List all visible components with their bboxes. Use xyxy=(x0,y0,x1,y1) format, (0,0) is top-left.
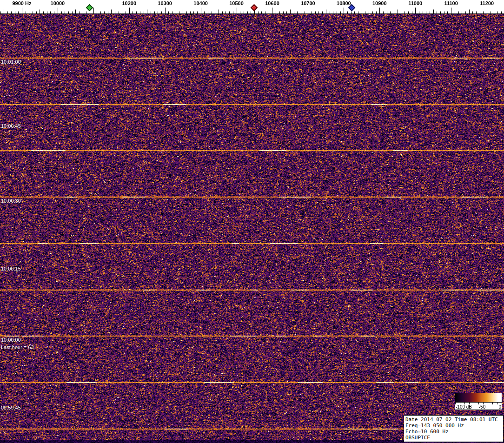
spectrogram-canvas xyxy=(0,14,504,443)
hour-count-label: Last hour = 63 xyxy=(1,344,34,350)
time-label: 10:00:45 xyxy=(1,123,21,129)
db-label-max: 0 xyxy=(498,404,501,410)
freq-label: 10000 xyxy=(51,0,65,6)
time-label: 10:00:30 xyxy=(1,198,21,204)
db-label-mid: -50 xyxy=(479,404,485,410)
db-label-min: -100 dB xyxy=(456,404,472,410)
info-box: Date=2014-07-02 Time=08:01 UTC Freq=143 … xyxy=(404,415,504,442)
time-label: 10:00:00 xyxy=(1,337,21,343)
freq-label: 10500 xyxy=(229,0,244,6)
freq-label: 10200 xyxy=(122,0,136,6)
freq-label: 11000 xyxy=(408,0,422,6)
info-freq-line: Freq=143 050 000 Hz xyxy=(405,423,502,429)
waterfall-window: 9900 Hz100001020010300104001050010600107… xyxy=(0,0,504,443)
info-echo-line: Echo=10 600 Hz xyxy=(405,429,502,435)
freq-label: 11200 xyxy=(480,0,494,6)
freq-label: 10800 xyxy=(337,0,351,6)
time-label: 10:01:00 xyxy=(1,59,21,65)
info-date-line: Date=2014-07-02 Time=08:01 UTC xyxy=(405,417,502,423)
db-scale-legend: -100 dB -50 0 xyxy=(455,393,502,410)
freq-label: 11100 xyxy=(444,0,458,6)
freq-label: 10300 xyxy=(158,0,172,6)
freq-label: 9900 Hz xyxy=(12,0,31,6)
freq-label: 10900 xyxy=(372,0,387,6)
freq-label: 10400 xyxy=(193,0,208,6)
freq-label: 10700 xyxy=(301,0,315,6)
frequency-ruler[interactable]: 9900 Hz100001020010300104001050010600107… xyxy=(0,0,504,14)
info-station-line: OBSUPICE xyxy=(405,435,502,441)
freq-label: 10600 xyxy=(265,0,279,6)
db-scale-labels: -100 dB -50 0 xyxy=(455,403,502,410)
time-label: 09:59:45 xyxy=(1,405,21,410)
db-gradient-bar xyxy=(455,393,502,403)
spectrogram-area: 10:01:0010:00:4510:00:3010:00:1510:00:00… xyxy=(0,14,504,443)
time-label: 10:00:15 xyxy=(1,266,21,271)
